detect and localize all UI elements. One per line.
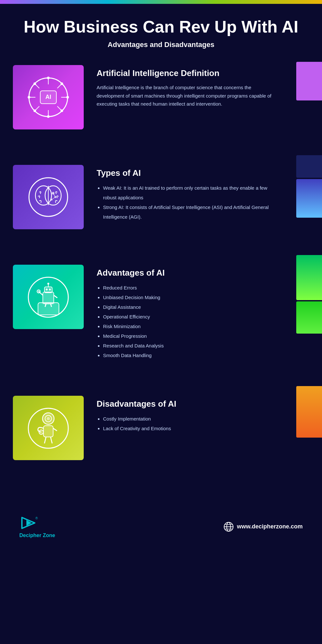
svg-point-16 (61, 109, 63, 112)
svg-line-48 (44, 437, 46, 443)
svg-rect-46 (43, 426, 53, 437)
robot-icon (25, 272, 72, 322)
ai-def-image: AI (13, 65, 84, 129)
section-content-ai-adv: Advantages of AI Reduced Errors Unbiased… (0, 255, 293, 370)
svg-point-14 (61, 82, 63, 85)
svg-point-15 (33, 109, 36, 112)
right-decor-types (296, 155, 322, 218)
svg-line-37 (54, 295, 57, 298)
adv-item-4: Risk Minimization (103, 322, 280, 331)
right-decor-dis (296, 386, 322, 438)
adv-item-7: Smooth Data Handling (103, 351, 280, 360)
section-content-ai-types: Types of AI Weak AI: It is an AI trained… (0, 155, 293, 239)
ai-adv-image (13, 265, 84, 329)
svg-point-50 (39, 430, 43, 434)
dis-item-0: Costly Implementation (103, 414, 280, 424)
top-gradient-bar (0, 0, 322, 4)
decor-teal-green (296, 255, 322, 300)
svg-point-41 (47, 283, 49, 285)
list-item-weak-ai: Weak AI: It is an AI trained to perform … (103, 183, 280, 203)
adv-item-2: Digital Assistance (103, 302, 280, 312)
ai-dis-content: Disadvantages of AI Costly Implementatio… (97, 396, 280, 433)
decor-purple (296, 62, 322, 100)
main-title: How Business Can Rev Up With AI (19, 17, 303, 37)
section-ai-types: Types of AI Weak AI: It is an AI trained… (0, 155, 322, 239)
decipher-zone-logo-icon: ® (19, 515, 39, 533)
ai-def-body: Artificial Intelligence is the branch of… (97, 83, 280, 108)
svg-point-34 (49, 289, 51, 290)
dis-item-1: Lack of Creativity and Emotions (103, 424, 280, 433)
svg-text:®: ® (35, 516, 38, 520)
adv-item-6: Research and Data Analysis (103, 341, 280, 351)
svg-line-27 (52, 197, 55, 200)
brain-icon (26, 175, 71, 220)
footer: ® Decipher Zone www.decipherzone.com (0, 505, 322, 551)
decor-orange (296, 386, 322, 438)
section-ai-definition: AI Artificial Intelligence Definition Ar… (0, 55, 322, 139)
decor-green (296, 301, 322, 334)
section-content-ai-def: AI Artificial Intelligence Definition Ar… (0, 55, 293, 139)
right-decor-adv (296, 255, 322, 334)
ai-types-image (13, 165, 84, 229)
svg-line-49 (51, 437, 52, 443)
ai-circuit-icon: AI (26, 75, 71, 120)
footer-website: www.decipherzone.com (223, 522, 303, 532)
svg-point-5 (47, 77, 50, 79)
adv-item-3: Operational Efficiency (103, 312, 280, 322)
ai-def-title: Artificial Intelligence Definition (97, 68, 280, 78)
svg-text:AI: AI (45, 94, 51, 100)
svg-point-7 (28, 96, 30, 99)
svg-point-36 (37, 290, 40, 293)
ai-dis-list: Costly Implementation Lack of Creativity… (97, 414, 280, 433)
section-ai-disadvantages: Disadvantages of AI Costly Implementatio… (0, 386, 322, 470)
ai-types-content: Types of AI Weak AI: It is an AI trained… (97, 165, 280, 222)
svg-rect-31 (43, 292, 54, 304)
svg-point-20 (35, 186, 52, 205)
footer-website-url: www.decipherzone.com (237, 523, 303, 530)
sub-title: Advantages and Disadvantages (19, 41, 303, 49)
list-item-strong-ai: Strong AI: It consists of Artificial Sup… (103, 203, 280, 222)
svg-rect-32 (44, 287, 52, 293)
svg-point-6 (47, 115, 50, 118)
svg-point-45 (47, 417, 50, 420)
adv-item-0: Reduced Errors (103, 283, 280, 293)
header: How Business Can Rev Up With AI Advantag… (0, 4, 322, 55)
ai-adv-list: Reduced Errors Unbiased Decision Making … (97, 283, 280, 360)
footer-logo: ® Decipher Zone (19, 515, 55, 538)
svg-point-13 (33, 82, 36, 85)
ai-types-title: Types of AI (97, 168, 280, 178)
ai-def-content: Artificial Intelligence Definition Artif… (97, 65, 280, 108)
ai-adv-content: Advantages of AI Reduced Errors Unbiased… (97, 265, 280, 360)
adv-item-1: Unbiased Decision Making (103, 293, 280, 302)
section-content-ai-dis: Disadvantages of AI Costly Implementatio… (0, 386, 293, 470)
svg-point-33 (46, 289, 48, 290)
svg-point-21 (45, 186, 61, 205)
globe-icon (223, 522, 234, 532)
section-ai-advantages: Advantages of AI Reduced Errors Unbiased… (0, 255, 322, 370)
ai-types-list: Weak AI: It is an AI trained to perform … (97, 183, 280, 222)
ai-dis-image (13, 396, 84, 460)
svg-line-47 (53, 428, 57, 431)
decor-blue-grad (296, 179, 322, 218)
ai-dis-title: Disadvantages of AI (97, 399, 280, 409)
svg-point-8 (66, 96, 69, 99)
adv-item-5: Medical Progression (103, 331, 280, 341)
think-icon (26, 403, 71, 453)
decor-dark-blue (296, 155, 322, 178)
footer-brand-name: Decipher Zone (19, 533, 55, 538)
ai-adv-title: Advantages of AI (97, 268, 280, 278)
